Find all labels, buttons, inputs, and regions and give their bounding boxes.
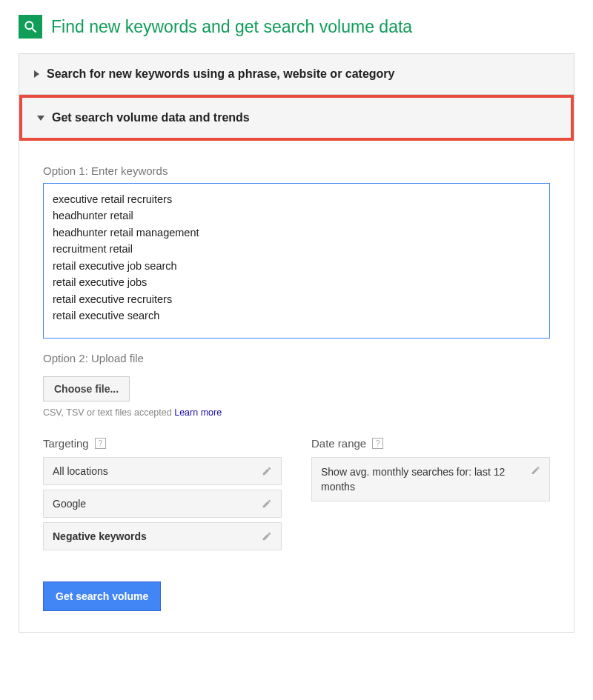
daterange-selector[interactable]: Show avg. monthly searches for: last 12 …	[311, 457, 550, 501]
daterange-column: Date range ? Show avg. monthly searches …	[311, 437, 550, 555]
chevron-right-icon	[34, 70, 39, 78]
daterange-label-text: Date range	[311, 437, 366, 450]
choose-file-button[interactable]: Choose file...	[43, 376, 130, 401]
targeting-label-text: Targeting	[43, 437, 89, 450]
svg-point-0	[25, 21, 33, 29]
help-icon[interactable]: ?	[372, 438, 383, 449]
page-title: Find new keywords and get search volume …	[51, 17, 412, 37]
pencil-icon	[262, 499, 272, 509]
targeting-daterange-row: Targeting ? All locations Google Negativ…	[43, 437, 550, 555]
targeting-column: Targeting ? All locations Google Negativ…	[43, 437, 282, 555]
accordion-title: Get search volume data and trends	[52, 111, 250, 124]
page-header: Find new keywords and get search volume …	[19, 15, 574, 39]
targeting-network-text: Google	[53, 498, 86, 510]
accordion-body: Option 1: Enter keywords Option 2: Uploa…	[19, 141, 574, 632]
option1-label: Option 1: Enter keywords	[43, 164, 550, 177]
accordion-title: Search for new keywords using a phrase, …	[47, 67, 395, 81]
accordion-search-volume[interactable]: Get search volume data and trends	[19, 95, 574, 141]
targeting-negative-keywords[interactable]: Negative keywords	[43, 522, 282, 550]
help-icon[interactable]: ?	[95, 438, 106, 449]
keywords-input[interactable]	[43, 183, 550, 339]
daterange-text: Show avg. monthly searches for: last 12 …	[321, 465, 531, 494]
accordion-search-phrase[interactable]: Search for new keywords using a phrase, …	[19, 54, 574, 95]
targeting-search-network[interactable]: Google	[43, 490, 282, 518]
targeting-negative-text: Negative keywords	[53, 530, 147, 542]
option2-label: Option 2: Upload file	[43, 352, 550, 364]
get-search-volume-button[interactable]: Get search volume	[43, 581, 161, 611]
pencil-icon	[531, 465, 540, 476]
targeting-label: Targeting ?	[43, 437, 282, 450]
file-hint: CSV, TSV or text files accepted Learn mo…	[43, 407, 550, 418]
pencil-icon	[262, 466, 272, 476]
targeting-locations[interactable]: All locations	[43, 457, 282, 485]
svg-line-1	[33, 29, 36, 33]
daterange-label: Date range ?	[311, 437, 550, 450]
chevron-down-icon	[37, 116, 44, 121]
learn-more-link[interactable]: Learn more	[174, 407, 222, 418]
accordion-container: Search for new keywords using a phrase, …	[19, 53, 574, 633]
targeting-locations-text: All locations	[53, 465, 108, 477]
pencil-icon	[262, 531, 272, 541]
file-hint-text: CSV, TSV or text files accepted	[43, 407, 174, 418]
search-icon	[19, 15, 42, 39]
option2-section: Option 2: Upload file Choose file... CSV…	[43, 352, 550, 418]
